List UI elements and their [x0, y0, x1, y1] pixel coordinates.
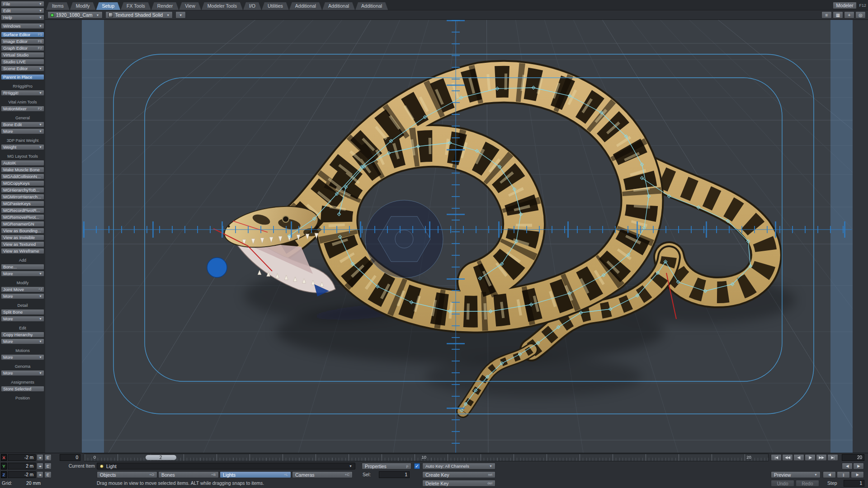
sidebar-item-rhiggit[interactable]: RHiggit!▼ — [1, 90, 44, 96]
tab-render-4[interactable]: Render — [151, 2, 179, 10]
autokey-dropdown[interactable]: Auto Key: All Channels ▼ — [422, 463, 495, 469]
viewport-options-dropdown[interactable]: ▼ — [175, 11, 186, 19]
sidebar-item-motionmixer[interactable]: MotionMixerF2 — [1, 106, 44, 112]
sidebar-item-mgrenamergn[interactable]: MGRenamerGN — [1, 221, 44, 227]
sidebar-item-mgrecordpivotr[interactable]: MGRecordPivotR... — [1, 207, 44, 213]
menu-help[interactable]: Help▼ — [1, 14, 44, 20]
3d-viewport[interactable] — [45, 20, 868, 453]
sidebar-item-scene-editor[interactable]: Scene Editor▼ — [1, 66, 44, 71]
sidebar-item-mgaddcollisionn[interactable]: MGAddCollisionN... — [1, 174, 44, 179]
sidebar-item-more[interactable]: More▼ — [1, 128, 44, 134]
sidebar-item-mgpastekeys[interactable]: MGPasteKeys — [1, 201, 44, 206]
sidebar-item-graph-editor[interactable]: Graph EditorF2 — [1, 45, 44, 51]
previous-key-button[interactable]: ◀ — [842, 463, 853, 469]
sidebar-item-mgmirrorhierarch[interactable]: MGMirrorHierarch... — [1, 194, 44, 200]
sidebar-item-more[interactable]: More▼ — [1, 271, 44, 277]
sidebar-item-mgremovepivot[interactable]: MGRemovePivot... — [1, 214, 44, 220]
sidebar-item-view-as-textured[interactable]: View as Textured — [1, 241, 44, 247]
stepper-icon[interactable]: ◂▸ — [37, 463, 43, 469]
step-field[interactable]: 1 — [844, 480, 864, 487]
preview-play-back-button[interactable]: ◀ — [823, 471, 836, 478]
sidebar-item-view-as-bounding[interactable]: View as Bounding... — [1, 228, 44, 234]
item-type-bones[interactable]: Bones+B — [158, 471, 219, 478]
tab-additional-11[interactable]: Additional — [355, 2, 388, 10]
current-item-dropdown[interactable]: Light ▼ — [97, 463, 355, 469]
sidebar-item-bone[interactable]: Bone... — [1, 264, 44, 270]
tab-utilities-8[interactable]: Utilities — [262, 2, 289, 10]
tab-fx-tools-3[interactable]: FX Tools — [121, 2, 151, 10]
delete-key-button[interactable]: Delete Key del — [422, 480, 495, 487]
stepper-icon[interactable]: ◂▸ — [37, 454, 43, 461]
sidebar-item-make-muscle-bone[interactable]: Make Muscle Bone — [1, 167, 44, 173]
sidebar-item-virtual-studio[interactable]: Virtual Studio — [1, 52, 44, 58]
sidebar-item-parent-in-place[interactable]: Parent in Place — [1, 74, 44, 80]
tab-additional-10[interactable]: Additional — [322, 2, 355, 10]
autokey-checkbox[interactable]: ✓ — [414, 463, 420, 469]
step-forward-button[interactable]: |▶ — [805, 454, 816, 461]
viewport-canvas[interactable] — [45, 20, 868, 453]
tab-modify-1[interactable]: Modify — [70, 2, 96, 10]
fast-reverse-button[interactable]: ◀◀ — [782, 454, 793, 461]
preview-pause-button[interactable]: || — [837, 471, 850, 478]
pane-layout-icon[interactable]: ▦ — [833, 11, 843, 19]
go-start-button[interactable]: |◀ — [771, 454, 782, 461]
sidebar-item-bone-edit[interactable]: Bone Edit▼ — [1, 122, 44, 127]
sidebar-item-more[interactable]: More▼ — [1, 316, 44, 322]
sidebar-item-mgcopykeys[interactable]: MGCopyKeys — [1, 180, 44, 186]
sidebar-item-split-bone[interactable]: Split Bone — [1, 309, 44, 315]
redo-button[interactable]: Redo — [796, 480, 819, 487]
tab-items-0[interactable]: Items — [46, 2, 70, 10]
sidebar-item-windows[interactable]: Windows▼ — [1, 23, 44, 29]
zoom-view-icon[interactable]: ◎ — [855, 11, 866, 19]
sidebar-item-more[interactable]: More▼ — [1, 370, 44, 376]
sidebar-item-image-editor[interactable]: Image EditorF6 — [1, 38, 44, 44]
envelope-y-button[interactable]: E — [44, 463, 52, 469]
tab-view-5[interactable]: View — [179, 2, 201, 10]
first-frame-field[interactable]: 0 — [60, 454, 80, 461]
stepper-icon[interactable]: ◂▸ — [37, 471, 43, 478]
go-end-button[interactable]: ▶| — [827, 454, 838, 461]
item-type-objects[interactable]: Objects+O — [97, 471, 157, 478]
position-x-field[interactable]: -2 m — [8, 454, 36, 461]
tab-setup-2[interactable]: Setup — [96, 2, 120, 10]
shading-mode-selector[interactable]: Textured Shaded Solid ▼ — [105, 11, 173, 19]
last-frame-field[interactable]: 20 — [842, 454, 864, 461]
sidebar-item-view-as-wireframe[interactable]: View as Wireframe — [1, 248, 44, 254]
item-type-cameras[interactable]: Cameras+C — [292, 471, 353, 478]
position-y-field[interactable]: 2 m — [8, 463, 36, 469]
camera-selector[interactable]: 1920_1080_Cam ▼ — [47, 11, 103, 19]
sidebar-item-store-selected[interactable]: Store Selected — [1, 386, 44, 392]
menu-edit[interactable]: Edit▼ — [1, 8, 44, 14]
sidebar-item-more[interactable]: More▼ — [1, 293, 44, 299]
envelope-x-button[interactable]: E — [44, 454, 52, 461]
sidebar-item-surface-editor[interactable]: Surface EditorF5 — [1, 32, 44, 38]
sidebar-item-weight[interactable]: Weight▼ — [1, 144, 44, 150]
sidebar-item-autoik[interactable]: AutoIK — [1, 160, 44, 166]
sidebar-item-more[interactable]: More▼ — [1, 354, 44, 360]
sidebar-item-view-as-invisible[interactable]: View as Invisible — [1, 235, 44, 240]
sidebar-item-mghierarchytob[interactable]: MGHierarchyToB... — [1, 187, 44, 193]
tab-additional-9[interactable]: Additional — [289, 2, 322, 10]
undo-button[interactable]: Undo — [771, 480, 794, 487]
item-type-lights[interactable]: Lights+L — [220, 471, 291, 478]
pan-view-icon[interactable]: + — [844, 11, 854, 19]
preview-play-button[interactable]: ▶ — [851, 471, 864, 478]
next-key-button[interactable]: ▶ — [853, 463, 864, 469]
sidebar-item-copy-hierarchy[interactable]: Copy Hierarchy — [1, 332, 44, 338]
sidebar-item-studio-live[interactable]: Studio LIVE — [1, 59, 44, 65]
create-key-button[interactable]: Create Key ret — [422, 471, 495, 478]
tab-modeler-tools-6[interactable]: Modeler Tools — [202, 2, 243, 10]
layout-list-icon[interactable]: ≡ — [821, 11, 832, 19]
frame-slider[interactable]: 2 — [145, 455, 177, 460]
timeline-ruler[interactable]: 2 01020 — [84, 454, 769, 461]
properties-button[interactable]: Properties p — [362, 463, 411, 469]
preview-dropdown[interactable]: Preview ▼ — [771, 471, 821, 478]
envelope-z-button[interactable]: E — [44, 471, 52, 478]
fast-forward-button[interactable]: ▶▶ — [816, 454, 827, 461]
menu-file[interactable]: File▼ — [1, 1, 44, 7]
move-tool-handle[interactable] — [207, 258, 227, 277]
light-gizmo[interactable] — [365, 200, 443, 278]
sidebar-item-more[interactable]: More▼ — [1, 338, 44, 344]
position-z-field[interactable]: -2 m — [8, 471, 36, 478]
step-back-button[interactable]: ◀| — [793, 454, 804, 461]
